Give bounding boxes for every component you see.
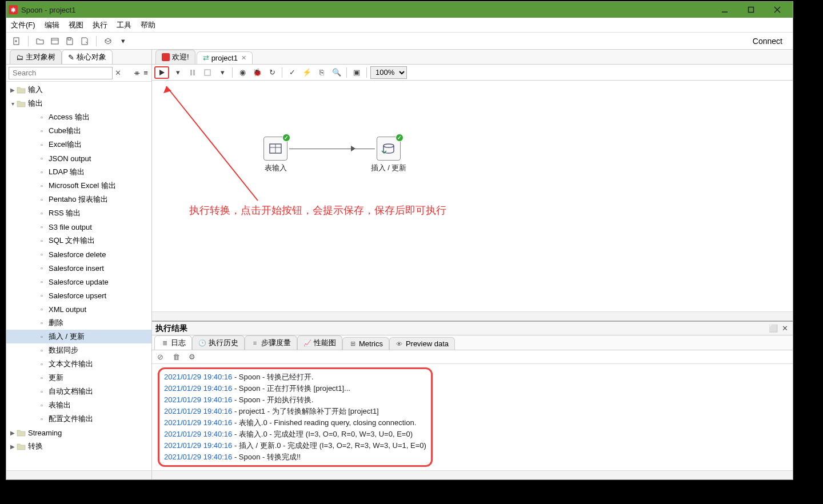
tree-item[interactable]: ▫Microsoft Excel 输出 <box>6 179 151 193</box>
canvas-horizontal-scrollbar[interactable] <box>152 311 793 321</box>
eye-icon: 👁 <box>395 340 403 348</box>
close-panel-icon[interactable]: ✕ <box>780 324 789 333</box>
save-as-icon[interactable] <box>79 35 90 47</box>
log-clear-icon[interactable]: 🗑 <box>171 353 181 362</box>
tree-item[interactable]: ▫Cube输出 <box>6 124 151 138</box>
collapse-tree-icon[interactable]: ≡ <box>142 68 149 78</box>
tree-item[interactable]: ▫Salesforce delete <box>6 247 151 261</box>
results-tab-log[interactable]: ≣日志 <box>154 335 192 350</box>
svg-rect-1 <box>749 7 754 13</box>
tree-item[interactable]: ▫Access 输出 <box>6 110 151 124</box>
canvas[interactable]: ✓ 表输入 ✓ 插入 / 更新 执行转换，点击开始按钮，会提示保存，保存后即可 <box>152 81 793 311</box>
menu-run[interactable]: 执行 <box>93 20 107 30</box>
pause-icon[interactable] <box>186 66 199 79</box>
results-tab-perf[interactable]: 📈性能图 <box>297 335 342 350</box>
connect-button[interactable]: Connect <box>747 35 788 47</box>
log-horizontal-scrollbar[interactable] <box>152 470 793 479</box>
hop-line[interactable] <box>289 149 375 149</box>
tab-welcome[interactable]: 欢迎! <box>155 50 195 64</box>
app-icon: ✱ <box>9 5 18 14</box>
tree-folder-streaming[interactable]: ▶Streaming <box>6 426 151 439</box>
clear-search-icon[interactable]: ✕ <box>115 68 122 78</box>
tab-core-objects[interactable]: ✎核心对象 <box>62 50 113 64</box>
svg-rect-12 <box>205 70 210 75</box>
tab-main-tree[interactable]: 🗂主对象树 <box>10 50 62 64</box>
tree-item[interactable]: ▫文本文件输出 <box>6 357 151 371</box>
save-icon[interactable] <box>64 35 75 47</box>
log-stop-icon[interactable]: ⊘ <box>155 353 165 362</box>
svg-rect-11 <box>193 70 195 75</box>
welcome-icon <box>162 53 170 61</box>
preview-icon[interactable]: ◉ <box>236 66 249 79</box>
tree-folder-input[interactable]: ▶输入 <box>6 83 151 97</box>
minimize-button[interactable] <box>712 2 738 18</box>
verify-icon[interactable]: ✓ <box>286 66 298 79</box>
new-file-icon[interactable] <box>11 35 22 47</box>
results-tab-preview[interactable]: 👁Preview data <box>389 337 455 350</box>
zoom-select[interactable]: 100% <box>370 66 407 79</box>
results-tab-step-metrics[interactable]: ≡步骤度量 <box>245 335 297 350</box>
sql-icon[interactable]: ⎘ <box>315 66 328 79</box>
perspective-icon[interactable] <box>102 35 114 47</box>
menu-tools[interactable]: 工具 <box>117 20 131 30</box>
step-type-icon: ▫ <box>37 209 46 218</box>
menu-edit[interactable]: 编辑 <box>45 20 59 30</box>
tree-item[interactable]: ▫Excel输出 <box>6 138 151 151</box>
step-type-icon: ▫ <box>37 250 46 259</box>
tree-item[interactable]: ▫数据同步 <box>6 343 151 357</box>
close-tab-icon[interactable]: ✕ <box>241 54 246 62</box>
replay-icon[interactable]: ↻ <box>266 66 278 79</box>
tree-item[interactable]: ▫插入 / 更新 <box>6 330 151 343</box>
tree-item[interactable]: ▫LDAP 输出 <box>6 165 151 179</box>
tree-item[interactable]: ▫JSON output <box>6 151 151 165</box>
tree-item[interactable]: ▫SQL 文件输出 <box>6 234 151 247</box>
tree-item[interactable]: ▫表输出 <box>6 398 151 412</box>
tree-folder-transform[interactable]: ▶转换 <box>6 439 151 453</box>
dropdown-icon[interactable]: ▾ <box>117 35 129 47</box>
maximize-button[interactable] <box>738 2 764 18</box>
show-results-icon[interactable]: ▣ <box>350 66 363 79</box>
tree-item[interactable]: ▫Salesforce update <box>6 275 151 289</box>
open-icon[interactable] <box>34 35 46 47</box>
step-insert-update[interactable]: ✓ <box>377 137 401 161</box>
tree-item[interactable]: ▫配置文件输出 <box>6 412 151 426</box>
tree-folder-output[interactable]: ▾输出 <box>6 97 151 110</box>
results-tab-metrics[interactable]: ⊞Metrics <box>342 337 389 350</box>
sidebar-horizontal-scrollbar[interactable] <box>6 470 151 479</box>
run-dropdown-icon[interactable]: ▾ <box>171 66 184 79</box>
log-line: 2021/01/29 19:40:16 - Spoon - 开始执行转换. <box>164 394 426 406</box>
menu-view[interactable]: 视图 <box>69 20 83 30</box>
run-button[interactable] <box>154 66 169 79</box>
tree-item[interactable]: ▫删除 <box>6 316 151 330</box>
tree-item[interactable]: ▫更新 <box>6 371 151 385</box>
tree-item[interactable]: ▫Salesforce upsert <box>6 289 151 302</box>
sidebar-tree[interactable]: ▶输入 ▾输出 ▫Access 输出▫Cube输出▫Excel输出▫JSON o… <box>6 82 151 470</box>
tab-project[interactable]: ⇄project1✕ <box>197 51 253 64</box>
step-table-input[interactable]: ✓ <box>263 137 287 161</box>
stop-icon[interactable] <box>201 66 214 79</box>
log-settings-icon[interactable]: ⚙ <box>187 353 197 362</box>
menu-help[interactable]: 帮助 <box>141 20 155 30</box>
tree-item[interactable]: ▫S3 file output <box>6 220 151 234</box>
menu-bar: 文件(F) 编辑 视图 执行 工具 帮助 <box>6 18 793 33</box>
tree-item[interactable]: ▫自动文档输出 <box>6 385 151 398</box>
explore-icon[interactable] <box>49 35 61 47</box>
search-input[interactable] <box>9 67 113 79</box>
tree-item[interactable]: ▫Pentaho 报表输出 <box>6 193 151 206</box>
debug-icon[interactable]: 🐞 <box>251 66 263 79</box>
tree-item[interactable]: ▫RSS 输出 <box>6 206 151 220</box>
menu-file[interactable]: 文件(F) <box>11 20 35 30</box>
results-tab-history[interactable]: 🕒执行历史 <box>192 335 245 350</box>
tree-item[interactable]: ▫XML output <box>6 302 151 316</box>
explore-db-icon[interactable]: 🔍 <box>330 66 343 79</box>
tree-item[interactable]: ▫Salesforce insert <box>6 261 151 275</box>
stop-dropdown-icon[interactable]: ▾ <box>216 66 229 79</box>
log-output[interactable]: 2021/01/29 19:40:16 - Spoon - 转换已经打开.202… <box>152 364 793 470</box>
results-header: 执行结果 ⬜ ✕ <box>152 322 793 335</box>
close-button[interactable] <box>764 2 790 18</box>
step-type-icon: ▫ <box>37 167 46 177</box>
maximize-panel-icon[interactable]: ⬜ <box>769 324 778 333</box>
main-toolbar: ▾ Connect <box>6 33 793 50</box>
expand-tree-icon[interactable]: ᚑ <box>134 68 141 78</box>
impact-icon[interactable]: ⚡ <box>301 66 313 79</box>
